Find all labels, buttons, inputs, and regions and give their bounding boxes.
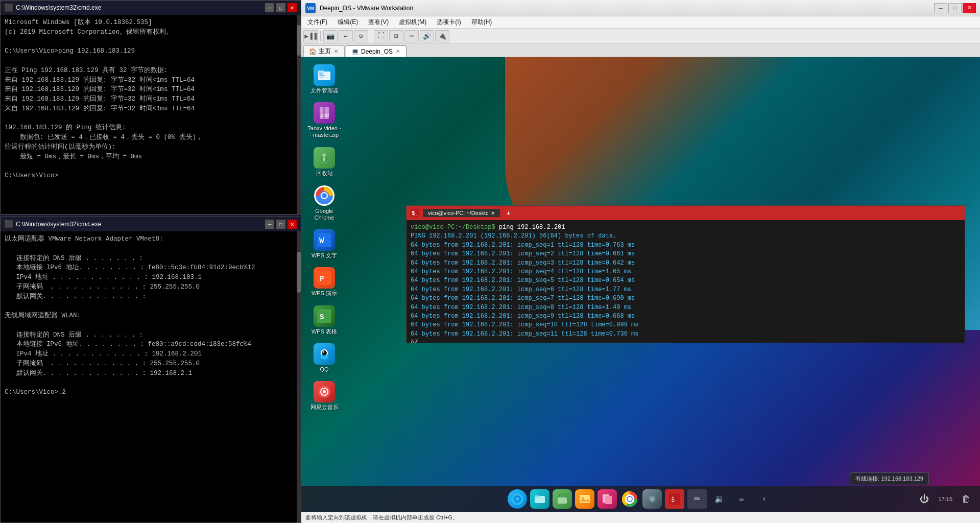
menu-view[interactable]: 查看(V)	[364, 17, 393, 28]
cmd-titlebar-1: ⬛ C:\Windows\system32\cmd.exe ─ □ ✕	[1, 1, 301, 15]
recycle-label: 回收站	[307, 170, 342, 177]
cmd-line: 来自 192.168.183.129 的回复: 字节=32 时间<1ms TTL…	[5, 104, 297, 114]
desktop-icon-qq[interactable]: QQ	[306, 341, 343, 375]
netease-label: 网易云音乐	[307, 404, 342, 411]
cmd-line: 本地链接 IPv6 地址. . . . . . . . : fe80::a9cd…	[5, 340, 297, 349]
cmd-scrollbar-2[interactable]	[297, 231, 301, 522]
terminal-line: 64 bytes from 192.168.2.201: icmp_seq=11…	[411, 330, 961, 339]
wps-word-icon: W	[314, 229, 335, 251]
tab-home-label: 主页	[319, 47, 331, 56]
cmd-restore-1[interactable]: □	[276, 3, 285, 12]
taskbar-trash-icon[interactable]: 🗑	[957, 489, 976, 509]
terminal-tab-label: vico@vico-PC: ~/Desktc	[428, 210, 488, 216]
vmware-restore-btn[interactable]: □	[948, 3, 962, 13]
vmware-minimize-btn[interactable]: ─	[934, 3, 947, 13]
terminal-title-icon: $_	[411, 209, 419, 217]
taskbar-icon-files[interactable]	[597, 489, 617, 509]
toolbar-revert-btn[interactable]: ↩	[339, 30, 353, 42]
cmd-line: IPv4 地址 . . . . . . . . . . . . : 192.16…	[5, 273, 297, 282]
taskbar-icon-edit[interactable]: ✏	[732, 489, 752, 509]
terminal-add-tab-btn[interactable]: +	[506, 209, 510, 217]
cmd-titlebar-2: ⬛ C:\Windows\system32\cmd.exe ─ □ ✕	[1, 217, 301, 231]
terminal-tab[interactable]: vico@vico-PC: ~/Desktc ✕	[423, 209, 500, 217]
desktop-icon-recycle[interactable]: 回收站	[306, 145, 343, 179]
deepin-taskbar: $ ⌨ 🔉 ✏ ‹ ⏻ 17:15 🗑	[301, 486, 980, 512]
cmd-restore-2[interactable]: □	[276, 220, 285, 229]
vm-icon: 💻	[351, 48, 359, 55]
toolbar-snapshot-btn[interactable]: 📷	[323, 30, 338, 42]
svg-rect-35	[605, 496, 612, 504]
filemanager-icon	[314, 64, 335, 86]
toolbar-fullscreen-btn[interactable]: ⛶	[374, 30, 388, 42]
menu-vm[interactable]: 虚拟机(M)	[395, 17, 431, 28]
vmware-tabbar: 🏠 主页 ✕ 💻 Deepin_OS ✕	[301, 44, 980, 57]
desktop-icon-filemanager[interactable]: 文件管理器	[306, 62, 343, 96]
vm-content[interactable]: 文件管理器 ZIP Taoxv-video-···master.zip 回收站	[301, 57, 980, 512]
cmd-line: 本地链接 IPv6 地址. . . . . . . . : fe80::5c3e…	[5, 263, 297, 273]
terminal-line: vico@vico-PC:~/Desktop$ ping 192.168.2.2…	[411, 223, 961, 232]
taskbar-icon-audio-down[interactable]: 🔉	[710, 489, 729, 509]
tab-deepin[interactable]: 💻 Deepin_OS ✕	[346, 45, 407, 57]
cmd-line: Microsoft Windows [版本 10.0.18362.535]	[5, 18, 297, 28]
cmd-line: 来自 192.168.183.129 的回复: 字节=32 时间<1ms TTL…	[5, 85, 297, 94]
menu-tabs[interactable]: 选项卡(I)	[433, 17, 465, 28]
menu-edit[interactable]: 编辑(E)	[333, 17, 362, 28]
cmd-line: 往返行程的估计时间(以毫秒为单位):	[5, 142, 297, 152]
desktop-icon-netease[interactable]: 网易云音乐	[306, 379, 343, 413]
desktop-icon-chrome[interactable]: GoogleChrome	[306, 183, 343, 223]
desktop-icon-wps-ppt[interactable]: P WPS 演示	[306, 265, 343, 299]
cmd-scrollbar-thumb-2[interactable]	[297, 252, 301, 293]
tab-home[interactable]: 🏠 主页 ✕	[303, 45, 345, 57]
desktop-icon-zip[interactable]: ZIP Taoxv-video-···master.zip	[306, 100, 343, 140]
taskbar-icon-deepin[interactable]	[508, 489, 527, 509]
terminal-window[interactable]: $_ vico@vico-PC: ~/Desktc ✕ + vico@vico-…	[406, 205, 965, 343]
menu-file[interactable]: 文件(F)	[303, 17, 331, 28]
network-tooltip: 有线连接: 192.168.183.129	[850, 472, 929, 485]
cmd-minimize-1[interactable]: ─	[265, 3, 274, 12]
vmware-menubar: 文件(F) 编辑(E) 查看(V) 虚拟机(M) 选项卡(I) 帮助(H)	[301, 16, 980, 29]
svg-point-25	[323, 390, 326, 393]
toolbar-sendctrlag-btn[interactable]: ⌨	[404, 30, 419, 42]
taskbar-icon-chrome[interactable]	[620, 489, 639, 509]
cmd-line: 来自 192.168.183.129 的回复: 字节=32 时间<1ms TTL…	[5, 94, 297, 104]
taskbar-power-icon[interactable]: ⏻	[915, 489, 934, 509]
terminal-body[interactable]: vico@vico-PC:~/Desktop$ ping 192.168.2.2…	[407, 220, 965, 343]
toolbar-settings-btn[interactable]: ⚙	[354, 30, 368, 42]
deepin-desktop[interactable]: 文件管理器 ZIP Taoxv-video-···master.zip 回收站	[301, 57, 980, 512]
toolbar-unity-btn[interactable]: ⊞	[389, 30, 403, 42]
taskbar-icon-terminal[interactable]: $	[665, 489, 684, 509]
cmd-line: 子网掩码 . . . . . . . . . . . . : 255.255.2…	[5, 282, 297, 292]
cmd-scrollbar-1[interactable]	[297, 15, 301, 214]
taskbar-time[interactable]: 17:15	[938, 496, 952, 502]
taskbar-icon-gallery[interactable]	[575, 489, 594, 509]
cmd-scrollbar-thumb-1[interactable]	[297, 25, 301, 56]
toolbar-power-btn[interactable]: ▶▐▐	[303, 30, 318, 42]
svg-rect-4	[319, 77, 324, 78]
tab-home-close[interactable]: ✕	[333, 48, 339, 55]
toolbar-audio-btn[interactable]: 🔊	[420, 30, 434, 42]
terminal-line: 64 bytes from 192.168.2.201: icmp_seq=9 …	[411, 312, 961, 321]
cmd-close-1[interactable]: ✕	[288, 3, 297, 12]
taskbar-icon-chevron[interactable]: ‹	[755, 489, 774, 509]
taskbar-icon-filemanager[interactable]	[530, 489, 549, 509]
cmd-line: (c) 2019 Microsoft Corporation。保留所有权利。	[5, 28, 297, 37]
terminal-tab-close-btn[interactable]: ✕	[491, 210, 495, 216]
svg-point-22	[323, 351, 324, 352]
cmd-line: 192.168.183.129 的 Ping 统计信息:	[5, 123, 297, 133]
taskbar-icon-store[interactable]	[553, 489, 572, 509]
terminal-line: ^Z	[411, 339, 961, 343]
cmd-line: C:\Users\Vico>	[5, 171, 297, 181]
vmware-close-btn[interactable]: ✕	[963, 3, 976, 13]
desktop-icon-wps-excel[interactable]: S WPS 表格	[306, 303, 343, 337]
taskbar-icon-settings[interactable]	[642, 489, 662, 509]
toolbar-usb-btn[interactable]: 🔌	[435, 30, 449, 42]
cmd-close-2[interactable]: ✕	[288, 220, 297, 229]
taskbar-icon-keyboard[interactable]: ⌨	[687, 489, 707, 509]
tab-deepin-close[interactable]: ✕	[395, 48, 401, 55]
cmd-minimize-2[interactable]: ─	[265, 220, 274, 229]
svg-rect-3	[319, 75, 325, 76]
wps-excel-icon: S	[314, 305, 335, 327]
desktop-icon-wps-word[interactable]: W WPS 文字	[306, 227, 343, 261]
vmware-title: Deepin_OS - VMware Workstation	[320, 5, 413, 12]
menu-help[interactable]: 帮助(H)	[467, 17, 496, 28]
